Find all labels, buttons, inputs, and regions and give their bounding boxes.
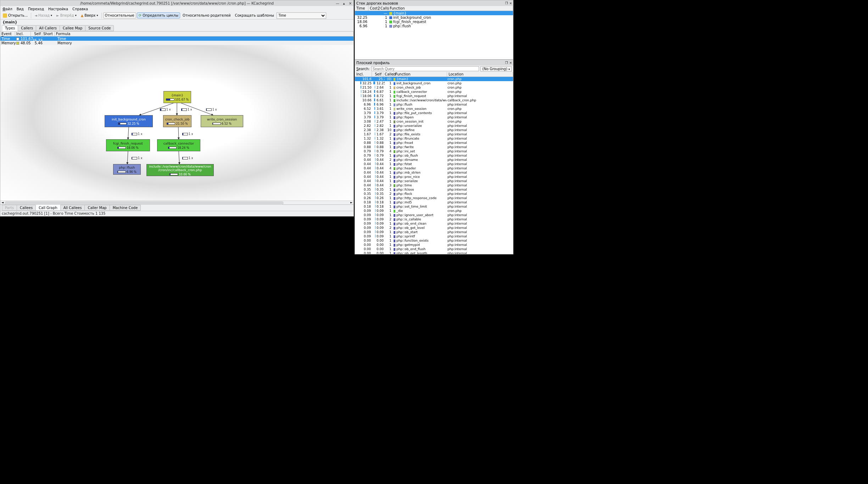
profile-row[interactable]: 0.090.091_diecron.php [355,209,513,213]
bottom-tab-all-callees[interactable]: All Callees [60,205,85,211]
titlebar[interactable]: /home/commeta/Webgrind/cachegrind.out.79… [0,0,354,6]
menu-help[interactable]: Справка [70,7,90,11]
short-tmpl-toggle[interactable]: Сокращать шаблоны [233,12,276,18]
profile-row[interactable]: 0.000.001php::ob_get_lengthphp:internal [355,251,513,254]
graph-node-wcs[interactable]: write_cron_session6.52 % [201,115,243,127]
profile-row[interactable]: 6.966.961php::flushphp:internal [355,102,513,107]
profile-row[interactable]: 6.523.611write_cron_sessioncron.php [355,107,513,111]
col-formula[interactable]: Formula [55,32,354,36]
bottom-tab-caller-map[interactable]: Caller Map [84,205,110,211]
scroll-thumb[interactable] [5,201,284,205]
col-location[interactable]: Location [447,72,513,77]
profile-row[interactable]: 0.000.001php::ob_end_flushphp:internal [355,247,513,251]
profile-row[interactable]: 0.350.351php::fclosephp:internal [355,187,513,192]
graph-node-main[interactable]: {main}101.67 % [163,91,191,103]
profile-row[interactable]: 0.090.091php::ob_startphp:internal [355,230,513,234]
scroll-track[interactable] [5,201,349,204]
search-input[interactable] [371,66,479,71]
graph-node-cbc[interactable]: callback_connector18.24 % [157,139,200,151]
profile-row[interactable]: 0.180.181php::set_time_limitphp:internal [355,204,513,209]
call-graph-canvas[interactable]: {main}101.67 %init_background_cron32.25 … [0,45,354,201]
profile-row[interactable]: 0.180.181php::md5php:internal [355,200,513,204]
grouping-select[interactable]: Time [277,12,326,19]
col-called[interactable]: Called [383,72,394,77]
tab-all-callers[interactable]: All Callers [36,25,60,31]
back-button[interactable]: ◄Назад▾ [33,12,54,18]
profile-row[interactable]: 18.068.721fcgi_finish_requestphp:interna… [355,94,513,98]
col-cost2[interactable]: Cost2 [368,6,379,11]
close-icon[interactable]: × [348,1,353,5]
profile-row[interactable]: 3.793.791php::file_put_contentsphp:inter… [355,111,513,115]
event-row[interactable]: Memory48.055.46Memory [0,41,354,45]
profile-row[interactable]: 0.090.092php::is_callablephp:internal [355,217,513,221]
tab-callers[interactable]: Callers [18,25,36,31]
col-event-type[interactable]: Event Type [0,32,15,36]
bottom-tab-call-graph[interactable]: Call Graph [35,205,61,211]
event-row[interactable]: Time101.67. 25.73Time [0,36,354,41]
profile-row[interactable]: 2.382.3810php::definephp:internal [355,128,513,132]
profile-row[interactable]: 1.671.672php::file_existsphp:internal [355,132,513,136]
stack-row[interactable]: 6.961php::flush [355,24,513,28]
col-incl[interactable]: Incl. [15,32,31,36]
profile-row[interactable]: 0.880.881php::fwritephp:internal [355,145,513,149]
profile-row[interactable]: 0.090.091php::sprintfphp:internal [355,234,513,238]
graph-node-pf[interactable]: php::flush6.96 % [113,164,141,175]
float-icon[interactable]: ❐ [505,61,508,64]
col-short[interactable]: Short [42,32,55,36]
profile-row[interactable]: 0.000.001php::function_existsphp:interna… [355,238,513,243]
up-button[interactable]: ▲Вверх▾ [79,12,100,18]
profile-row[interactable]: 0.350.352php::flockphp:internal [355,192,513,196]
profile-row[interactable]: 0.000.001php::getmypidphp:internal [355,243,513,247]
col-time[interactable]: Time [355,6,368,11]
profile-row[interactable]: 3.793.791php::fopenphp:internal [355,115,513,119]
tab-types[interactable]: Types [2,25,18,31]
dock-title[interactable]: Стек дорогих вызовов ❐× [355,0,513,6]
profile-row[interactable]: 0.090.091php::ob_end_cleanphp:internal [355,221,513,226]
float-icon[interactable]: ❐ [505,1,508,5]
profile-row[interactable]: 0.790.794php::ini_setphp:internal [355,149,513,153]
col-incl[interactable]: Incl. [355,72,372,77]
scroll-right-icon[interactable]: ► [349,201,354,204]
bottom-tab-callees[interactable]: Callees [17,205,36,211]
graph-node-ccj[interactable]: cron_check_job21.50 % [163,115,191,127]
scroll-left-icon[interactable]: ◄ [0,201,5,204]
dock-title[interactable]: Плоский профиль ❐× [355,60,513,66]
profile-row[interactable]: 0.090.091php::ignore_user_abortphp:inter… [355,213,513,217]
tab-source-code[interactable]: Source Code [85,25,114,31]
open-button[interactable]: Открыть... [1,12,29,19]
profile-row[interactable]: 10.666.611include::/var/www/cron/data/ww… [355,98,513,102]
tab-callee-map[interactable]: Callee Map [60,25,85,31]
forward-button[interactable]: ►Вперёд▾ [55,12,78,18]
profile-row[interactable]: 0.790.791php::ob_flushphp:internal [355,153,513,158]
maximize-icon[interactable]: ▴ [341,1,346,5]
profile-row[interactable]: 0.440.444php::headerphp:internal [355,166,513,170]
profile-row[interactable]: 32.2512.251init_background_croncron.php [355,81,513,85]
menu-settings[interactable]: Настройка [46,7,70,11]
close-icon[interactable]: × [509,61,512,64]
profile-row[interactable]: 18.246.871callback_connectorcron.php [355,90,513,94]
bottom-tab-machine-code[interactable]: Machine Code [110,205,141,211]
profile-row[interactable]: 1.321.321php::ftruncatephp:internal [355,136,513,141]
col-function[interactable]: Function [388,6,513,11]
col-self[interactable]: Self [372,72,383,77]
detect-cycles-toggle[interactable]: ⟳Определять циклы [137,12,180,18]
graph-node-inc[interactable]: include::/var/www/cron/data/www/cron /cr… [146,164,214,176]
menu-go[interactable]: Переход [26,7,46,11]
profile-row[interactable]: 3.082.471cron_session_initcron.php [355,119,513,124]
graph-node-ibc[interactable]: init_background_cron32.25 % [105,115,153,127]
profile-row[interactable]: 0.880.881php::freadphp:internal [355,141,513,145]
close-icon[interactable]: × [509,1,512,5]
horizontal-scrollbar[interactable]: ◄ ► [0,201,354,205]
graph-node-ffr[interactable]: fcgi_finish_request18.06 % [106,139,150,151]
profile-row[interactable]: 0.440.441php::mb_strlenphp:internal [355,170,513,175]
stack-row[interactable]: —{main} [355,11,513,15]
col-function[interactable]: Function [394,72,447,77]
profile-row[interactable]: 21.502.641cron_check_jobcron.php [355,85,513,90]
profile-row[interactable]: 0.260.261php::http_response_codephp:inte… [355,196,513,200]
profile-row[interactable]: 0.440.441php::serializephp:internal [355,179,513,183]
stack-row[interactable]: 32.251init_background_cron [355,15,513,19]
profile-row[interactable]: 101.67. 25.73(0){main}cron.php [355,77,513,81]
stack-row[interactable]: 18.061fcgi_finish_request [355,19,513,24]
profile-row[interactable]: 0.440.442php::dirnamephp:internal [355,158,513,162]
profile-row[interactable]: 2.822.821php::unserializephp:internal [355,124,513,128]
